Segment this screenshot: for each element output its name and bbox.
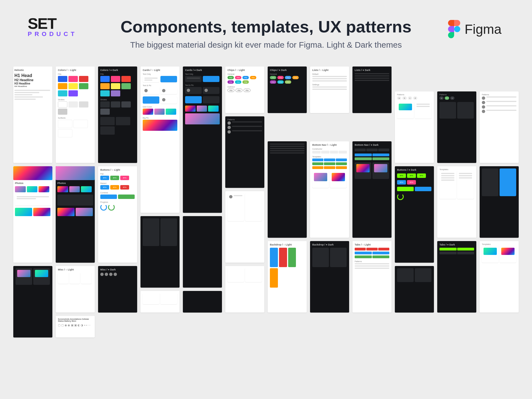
brand-set: SET <box>28 17 77 30</box>
artboard-left-dark <box>183 216 222 288</box>
artboard-chips-patterns-light: Patterns abcd <box>395 91 434 163</box>
artboard-sidebars-dark <box>140 216 180 288</box>
artboard-lists-patterns-light: Patterns <box>480 91 519 163</box>
artboard-navdrawer-dark <box>268 141 307 238</box>
artboard-buttons-light: Buttons / ○ Light Flat BTNBTNBTN Raised … <box>98 166 137 263</box>
page-subtitle: The biggest material design kit ever mad… <box>121 40 411 50</box>
artboard-chips-patterns-dark: Patterns abc <box>437 91 476 163</box>
brand-set-product: SET PRODUCT <box>28 17 77 38</box>
artboard-misc-dark: Misc / ● Dark <box>98 266 137 313</box>
artboard-lists-templates-light: Templates <box>437 166 476 238</box>
artboard-tabs-dark: Tabs / ● Dark <box>437 241 476 313</box>
artboard-bottomnav-dark: Bottom Nav / ● Dark <box>352 141 392 238</box>
artboard-lists-patterns-dark: Patterns <box>225 116 264 188</box>
artboard-chips-light: Chips / ○ Light General chipchipchipchip… <box>225 66 264 113</box>
figma-wordmark: Figma <box>465 22 502 37</box>
artboard-buttons-templates-dark <box>13 266 52 337</box>
swatches-light <box>58 76 93 96</box>
artboard-chips-dark: Chips / ● Dark General chipchipchipchip … <box>268 66 307 113</box>
figma-icon <box>448 20 460 38</box>
artboard-bottomnav-light: Bottom Nav / ○ Light Constructor Templat… <box>310 141 349 238</box>
artboard-cards-light: Cards / ○ Light Text Only Text & Pic Gri… <box>140 66 180 213</box>
artboard-lists-light: Lists / ○ Light Default Settings <box>310 66 349 113</box>
artboard-colors-dark: Colors / ● Dark Fills Strokes <box>98 66 137 163</box>
artboard-colors-light: Colors / ○ Light Fills Strokes Surfaces <box>56 66 95 163</box>
artboard-backdrop-dark: Backdrop / ● Dark <box>310 241 349 313</box>
artboard-icons: Screenshots Annotations Cellular Status … <box>56 316 95 337</box>
artboard-lists-templates-dark <box>480 166 519 238</box>
artboard-photos-dark: Photos <box>56 166 95 263</box>
artboard-lists-dark: Lists / ● Dark <box>352 66 392 113</box>
artboard-buttons-templates-light: Templates <box>480 241 519 313</box>
artboard-backdrop-light: Backdrop / ○ Light <box>268 241 307 313</box>
page-header: SET PRODUCT Components, templates, UX pa… <box>0 0 532 66</box>
artboard-misc-light: Misc / ○ Light <box>56 266 95 313</box>
artboard-app-preview-dark <box>395 266 434 313</box>
artboard-typography: Helvetic H1 Head H2 Headline H3 Headline… <box>13 66 52 163</box>
artboard-canvas: Helvetic H1 Head H2 Headline H3 Headline… <box>0 66 532 351</box>
svg-point-0 <box>454 26 460 32</box>
artboard-misc-grid2 <box>183 291 222 313</box>
artboard-app-preview-light <box>225 266 264 313</box>
artboard-tabs-light: Tabs / ○ Light Patterns <box>352 241 392 313</box>
page-title: Components, templates, UX patterns <box>121 17 411 36</box>
brand-product: PRODUCT <box>28 30 77 38</box>
brand-figma: Figma <box>448 20 502 38</box>
artboard-buttons-dark: Buttons / ● Dark BTNBTNBTN BTNBTN <box>395 166 434 263</box>
artboard-sidebars-light <box>225 191 264 263</box>
page-headlines: Components, templates, UX patterns The b… <box>121 17 411 50</box>
artboard-photos-light: Photos <box>13 166 52 263</box>
artboard-cards-dark: Cards / ● Dark Text Only Text & Pic <box>183 66 222 213</box>
artboard-misc-grid1 <box>140 291 180 313</box>
